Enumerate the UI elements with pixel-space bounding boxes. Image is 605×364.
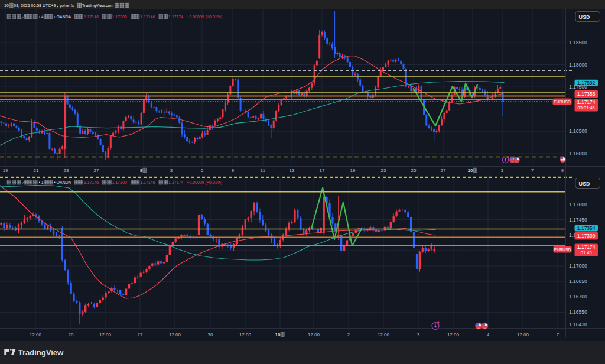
svg-text:1.17600: 1.17600 xyxy=(569,202,587,207)
svg-text:9: 9 xyxy=(232,168,235,173)
svg-text:1.17174: 1.17174 xyxy=(168,180,183,184)
svg-text:1.17200: 1.17200 xyxy=(112,15,126,19)
svg-text:1.17174: 1.17174 xyxy=(577,99,596,105)
svg-text:5: 5 xyxy=(201,168,204,173)
svg-text:OANDA: OANDA xyxy=(57,180,71,184)
svg-text:1.17309: 1.17309 xyxy=(577,233,596,239)
svg-text:12:00: 12:00 xyxy=(99,332,112,337)
svg-text:12:00: 12:00 xyxy=(30,332,42,337)
svg-text:27: 27 xyxy=(138,332,143,337)
svg-text:1.17146: 1.17146 xyxy=(84,15,99,19)
svg-text:1.17146: 1.17146 xyxy=(140,15,155,19)
svg-text:4: 4 xyxy=(41,15,44,19)
svg-text:3: 3 xyxy=(417,332,420,337)
svg-text:1.17146: 1.17146 xyxy=(140,180,155,184)
svg-text:03:01:45: 03:01:45 xyxy=(578,105,595,110)
svg-text:10: 10 xyxy=(275,332,281,337)
svg-text:EURUSD: EURUSD xyxy=(554,100,571,104)
svg-text:+0.00009 (+0.01%): +0.00009 (+0.01%) xyxy=(187,180,222,185)
svg-text:17: 17 xyxy=(320,168,325,173)
svg-text:27: 27 xyxy=(94,168,99,173)
svg-text:1.17174: 1.17174 xyxy=(168,15,183,19)
svg-text:01:45: 01:45 xyxy=(581,250,592,255)
svg-text:23: 23 xyxy=(381,168,386,173)
svg-text:+0.00009 (+0.01%): +0.00009 (+0.01%) xyxy=(187,15,222,20)
svg-text:12:00: 12:00 xyxy=(447,332,460,337)
svg-text:11: 11 xyxy=(261,168,266,173)
svg-text:OANDA: OANDA xyxy=(57,15,71,19)
svg-text:12:00: 12:00 xyxy=(239,332,252,337)
svg-text:25: 25 xyxy=(411,168,417,173)
svg-text:1.17450: 1.17450 xyxy=(569,217,587,223)
svg-text:1.17200: 1.17200 xyxy=(112,180,126,184)
svg-text:1.16500: 1.16500 xyxy=(569,128,587,134)
svg-text:TradingView.com: TradingView.com xyxy=(82,4,113,8)
svg-text:4: 4 xyxy=(487,332,490,337)
svg-text:12:00: 12:00 xyxy=(517,332,529,337)
svg-text:3: 3 xyxy=(170,168,173,173)
svg-text:12:00: 12:00 xyxy=(378,332,390,337)
svg-text:1.17146: 1.17146 xyxy=(84,180,99,184)
svg-text:23: 23 xyxy=(64,168,69,173)
svg-text:03, 2025 06:58 UTC+9: 03, 2025 06:58 UTC+9 xyxy=(14,4,56,8)
svg-text:19: 19 xyxy=(350,168,356,173)
svg-text:19: 19 xyxy=(3,168,8,173)
svg-text:7: 7 xyxy=(557,332,560,337)
svg-text:1.18500: 1.18500 xyxy=(569,40,587,46)
svg-text:13: 13 xyxy=(290,168,295,173)
svg-text:1.17355: 1.17355 xyxy=(577,91,596,97)
svg-text:1.17174: 1.17174 xyxy=(577,244,596,250)
svg-text:21: 21 xyxy=(34,168,39,173)
svg-text:USD: USD xyxy=(578,181,590,187)
svg-text:1.16700: 1.16700 xyxy=(569,294,587,300)
svg-text:USD: USD xyxy=(578,14,590,20)
svg-text:27: 27 xyxy=(441,168,446,173)
svg-text:12:00: 12:00 xyxy=(169,332,181,337)
svg-text:12:00: 12:00 xyxy=(308,332,320,337)
svg-text:1.16000: 1.16000 xyxy=(569,151,587,157)
svg-text:EURUSD: EURUSD xyxy=(554,248,571,252)
svg-text:3: 3 xyxy=(501,168,504,173)
svg-text:9: 9 xyxy=(140,168,143,173)
svg-text:1.17592: 1.17592 xyxy=(577,80,596,86)
svg-text:1: 1 xyxy=(41,180,44,184)
svg-text:1.17354: 1.17354 xyxy=(577,225,596,231)
svg-text:10: 10 xyxy=(4,4,9,8)
svg-text:30: 30 xyxy=(208,332,213,337)
svg-text:yohei-fx: yohei-fx xyxy=(60,4,74,8)
svg-text:1.16550: 1.16550 xyxy=(569,309,587,315)
svg-text:10: 10 xyxy=(468,168,473,173)
svg-text:1.17000: 1.17000 xyxy=(569,263,587,269)
svg-text:1.16850: 1.16850 xyxy=(569,278,587,284)
svg-text:2: 2 xyxy=(347,332,350,337)
svg-text:9: 9 xyxy=(561,168,564,173)
svg-text:1.18000: 1.18000 xyxy=(569,62,587,68)
svg-text:26: 26 xyxy=(69,332,74,337)
svg-text:1.16430: 1.16430 xyxy=(569,321,587,327)
svg-text:TradingView: TradingView xyxy=(18,348,64,357)
svg-text:7: 7 xyxy=(531,168,534,173)
